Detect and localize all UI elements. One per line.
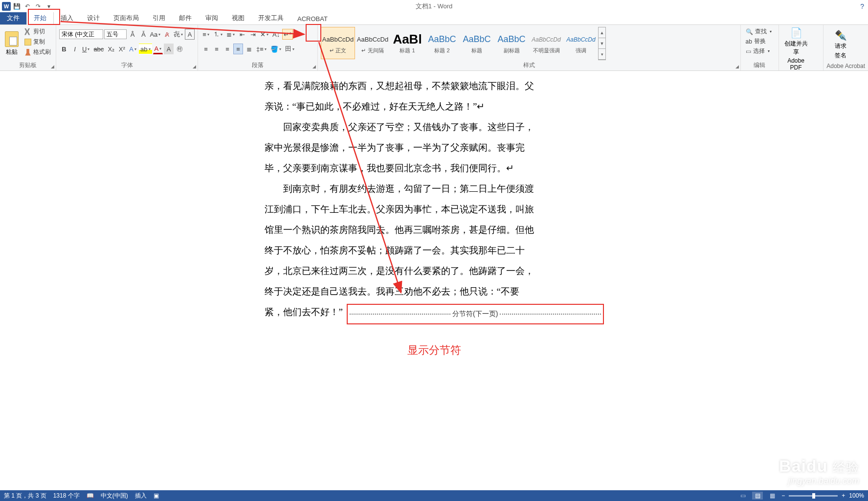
status-insert-mode[interactable]: 插入 — [135, 492, 147, 500]
paste-button[interactable]: 粘贴 — [6, 48, 18, 56]
status-macro-icon[interactable]: ▣ — [154, 492, 159, 499]
zoom-in-button[interactable]: + — [842, 492, 845, 499]
phonetic-guide-button[interactable]: 㐂 — [173, 29, 184, 40]
text-effects-button[interactable]: A — [128, 44, 138, 54]
subscript-button[interactable]: X₂ — [106, 44, 116, 54]
body-text: 回家变卖典质，父亲还了亏空；又借钱办了丧事。这些日子， — [265, 117, 604, 137]
increase-indent-button[interactable]: ⇥ — [248, 29, 258, 40]
align-left-button[interactable]: ≡ — [201, 44, 211, 54]
document-area[interactable]: 亲，看见满院狼藉的东西，又想起祖母，不禁簌簌地流下眼泪。父 亲说：“事已如此，不… — [0, 71, 868, 490]
bullets-button[interactable]: ≡ — [201, 29, 211, 40]
create-share-pdf-button[interactable]: 📄 创建并共享 Adobe PDF — [782, 27, 810, 71]
style-item-3[interactable]: AaBbC标题 2 — [425, 27, 459, 59]
sort-button[interactable]: A↓ — [271, 29, 281, 40]
tab-acrobat[interactable]: ACROBAT — [290, 13, 334, 24]
zoom-out-button[interactable]: − — [781, 492, 785, 499]
qat-save-button[interactable]: 💾 — [12, 1, 22, 11]
font-color-button[interactable]: A — [153, 44, 163, 54]
font-launcher[interactable]: ◢ — [193, 64, 196, 69]
find-button[interactable]: 🔍查找▾ — [744, 27, 776, 36]
tab-home[interactable]: 开始 — [26, 11, 54, 25]
styles-scroll-up[interactable]: ▲ — [599, 27, 605, 38]
styles-scrollbar[interactable]: ▲ ▼ ▾ — [598, 27, 606, 60]
qat-redo-button[interactable]: ↷ — [33, 1, 43, 11]
copy-button[interactable]: 复制 — [22, 37, 53, 46]
align-center-button[interactable]: ≡ — [212, 44, 222, 54]
distribute-button[interactable]: ≣ — [244, 44, 254, 54]
clear-formatting-button[interactable]: A̷ — [162, 29, 172, 40]
replace-button[interactable]: ab替换 — [744, 37, 776, 46]
style-item-1[interactable]: AaBbCcDd↵ 无间隔 — [356, 27, 390, 59]
styles-scroll-down[interactable]: ▼ — [599, 38, 605, 49]
justify-button[interactable]: ≡ — [233, 44, 243, 54]
tab-references[interactable]: 引用 — [146, 12, 172, 24]
enclose-char-button[interactable]: ㊕ — [175, 44, 184, 54]
status-language[interactable]: 中文(中国) — [101, 492, 128, 500]
highlight-button[interactable]: ab — [139, 44, 152, 54]
styles-expand[interactable]: ▾ — [599, 49, 605, 60]
format-painter-button[interactable]: 格式刷 — [22, 47, 53, 57]
view-read-mode-button[interactable]: ▭ — [737, 492, 748, 500]
change-case-button[interactable]: Aa — [149, 29, 161, 40]
shrink-font-button[interactable]: Ǎ — [138, 29, 148, 40]
cut-button[interactable]: 剪切 — [22, 27, 53, 36]
styles-launcher[interactable]: ◢ — [735, 64, 739, 69]
style-item-7[interactable]: AaBbCcDd强调 — [564, 27, 598, 59]
paragraph-launcher[interactable]: ◢ — [312, 64, 316, 69]
select-button[interactable]: ▭选择▾ — [744, 46, 776, 56]
status-spellcheck-icon[interactable]: 📖 — [87, 492, 94, 499]
tab-design[interactable]: 设计 — [80, 12, 107, 24]
ribbon: 粘贴 剪切 复制 格式刷 剪贴板 ◢ Â Ǎ Aa A̷ 㐂 A — [0, 25, 868, 71]
grow-font-button[interactable]: Â — [128, 29, 137, 40]
style-item-2[interactable]: AaBl标题 1 — [390, 27, 424, 59]
signature-icon: ✒️ — [835, 29, 846, 41]
group-adobe-create: 📄 创建并共享 Adobe PDF Adobe Acrobat — [779, 25, 824, 70]
line-spacing-button[interactable]: ‡≡ — [255, 44, 268, 54]
help-icon[interactable]: ? — [860, 2, 864, 10]
superscript-button[interactable]: X² — [117, 44, 127, 54]
request-signature-button[interactable]: ✒️ 请求 签名 — [826, 27, 855, 62]
tab-developer[interactable]: 开发工具 — [251, 12, 290, 24]
numbering-button[interactable]: ⒈ — [212, 29, 224, 40]
strikethrough-button[interactable]: abc — [92, 44, 105, 54]
italic-button[interactable]: I — [70, 44, 80, 54]
multilevel-list-button[interactable]: ≣ — [225, 29, 236, 40]
show-hide-button[interactable]: ↵* — [282, 29, 293, 40]
zoom-level[interactable]: 100% — [849, 492, 864, 499]
group-adobe-sign: ✒️ 请求 签名 Adobe Acrobat — [823, 25, 868, 70]
style-item-0[interactable]: AaBbCcDd↵ 正文 — [321, 27, 355, 59]
align-right-button[interactable]: ≡ — [223, 44, 232, 54]
underline-button[interactable]: U — [81, 44, 91, 54]
group-adobe2-label: Adobe Acrobat — [826, 62, 865, 69]
style-item-5[interactable]: AaBbC副标题 — [494, 27, 529, 59]
char-border-button[interactable]: A — [185, 29, 195, 40]
qat-undo-button[interactable]: ↶ — [22, 1, 32, 11]
body-text: 家中光景很是惨澹，一半为了丧事，一半为了父亲赋闲。丧事完 — [265, 137, 604, 158]
tab-review[interactable]: 审阅 — [199, 12, 225, 24]
qat-customize-button[interactable]: ▾ — [44, 1, 54, 11]
tab-mailings[interactable]: 邮件 — [172, 12, 199, 24]
paste-icon[interactable] — [5, 31, 19, 47]
status-word-count[interactable]: 1318 个字 — [53, 492, 80, 500]
shading-button[interactable]: 🪣 — [269, 44, 283, 54]
borders-button[interactable]: 田 — [284, 44, 296, 54]
styles-gallery[interactable]: AaBbCcDd↵ 正文AaBbCcDd↵ 无间隔AaBl标题 1AaBbC标题… — [321, 27, 598, 59]
clipboard-launcher[interactable]: ◢ — [51, 64, 54, 69]
tab-layout[interactable]: 页面布局 — [107, 12, 146, 24]
font-name-input[interactable] — [59, 29, 103, 39]
zoom-slider[interactable] — [789, 495, 838, 497]
tab-file[interactable]: 文件 — [0, 12, 26, 24]
style-item-4[interactable]: AaBbC标题 — [460, 27, 494, 59]
tab-view[interactable]: 视图 — [225, 12, 251, 24]
view-web-layout-button[interactable]: ▦ — [767, 492, 778, 500]
tab-insert[interactable]: 插入 — [54, 12, 80, 24]
font-size-input[interactable] — [104, 29, 127, 39]
text-direction-button[interactable]: ✕ — [259, 29, 270, 40]
style-item-6[interactable]: AaBbCcDd不明显强调 — [529, 27, 563, 59]
decrease-indent-button[interactable]: ⇤ — [237, 29, 247, 40]
status-page[interactable]: 第 1 页，共 3 页 — [4, 492, 46, 500]
bold-button[interactable]: B — [59, 44, 69, 54]
view-print-layout-button[interactable]: ▤ — [752, 492, 763, 500]
title-bar: W 💾 ↶ ↷ ▾ 文档1 - Word ? — [0, 0, 868, 12]
char-shading-button[interactable]: A — [164, 44, 174, 54]
